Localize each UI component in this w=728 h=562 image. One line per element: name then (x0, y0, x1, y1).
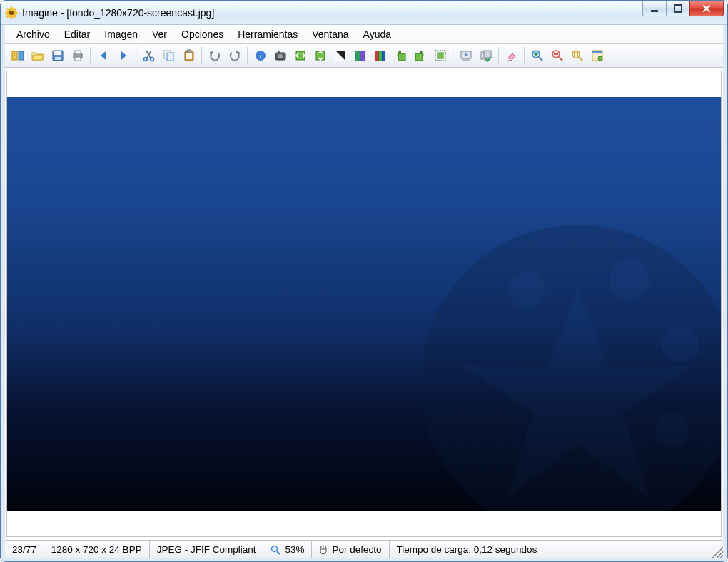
svg-point-15 (14, 55, 15, 56)
resize-button[interactable] (431, 46, 450, 65)
palette-button[interactable] (371, 46, 390, 65)
status-loadtime: Tiempo de carga: 0,12 segundos (390, 541, 545, 558)
svg-rect-21 (75, 57, 81, 61)
resize-grip[interactable] (710, 546, 723, 558)
copy-button[interactable] (160, 46, 178, 65)
svg-rect-38 (355, 51, 360, 61)
svg-rect-13 (19, 51, 24, 60)
app-icon (5, 6, 18, 19)
browse-button[interactable] (9, 46, 27, 65)
rotate-right-button[interactable] (411, 46, 430, 65)
batch-button[interactable] (477, 46, 495, 65)
menu-editar[interactable]: Editar (57, 27, 98, 41)
svg-point-8 (6, 16, 9, 18)
app-window: Imagine - [fondo_1280x720-screencast.jpg… (0, 0, 728, 562)
svg-point-2 (11, 6, 13, 9)
cut-button[interactable] (140, 46, 158, 65)
title-bar[interactable]: Imagine - [fondo_1280x720-screencast.jpg… (1, 1, 727, 25)
menu-imagen[interactable]: Imagen (97, 27, 145, 41)
slideshow-button[interactable] (457, 46, 475, 65)
menu-archivo[interactable]: Archivo (9, 27, 57, 41)
grayscale-button[interactable] (331, 46, 350, 65)
separator (90, 47, 91, 64)
save-button[interactable] (49, 46, 67, 65)
svg-rect-20 (75, 51, 81, 54)
redo-button[interactable] (226, 46, 244, 65)
svg-rect-49 (484, 51, 491, 58)
status-zoom-value: 53% (285, 544, 304, 555)
letterbox-bottom (7, 511, 721, 536)
minimize-button[interactable] (642, 1, 667, 16)
menu-bar: Archivo Editar Imagen Ver Opciones Herra… (5, 25, 723, 44)
svg-point-52 (572, 51, 580, 58)
svg-rect-25 (167, 53, 173, 61)
svg-rect-11 (674, 5, 682, 12)
svg-point-23 (151, 57, 154, 61)
svg-point-56 (598, 56, 602, 61)
maximize-button[interactable] (666, 1, 690, 16)
svg-rect-43 (398, 53, 405, 61)
svg-rect-46 (438, 53, 443, 58)
status-cursor-value: Por defecto (332, 544, 381, 555)
letterbox-top (7, 71, 721, 97)
svg-point-58 (508, 271, 546, 309)
status-bar: 23/77 1280 x 720 x 24 BPP JPEG - JFIF Co… (5, 540, 723, 558)
menu-ayuda[interactable]: Ayuda (356, 27, 398, 41)
svg-point-22 (144, 57, 148, 61)
capture-button[interactable] (271, 46, 290, 65)
separator (136, 47, 137, 64)
svg-point-59 (609, 259, 650, 300)
svg-rect-28 (186, 53, 192, 59)
info-button[interactable]: i (251, 46, 270, 65)
flip-v-button[interactable] (311, 46, 330, 65)
toolbar: i (5, 44, 723, 68)
undo-button[interactable] (206, 46, 224, 65)
zoom-fit-button[interactable] (568, 46, 587, 65)
paste-button[interactable] (180, 46, 198, 65)
prev-button[interactable] (94, 46, 113, 65)
separator (247, 47, 248, 64)
svg-point-9 (14, 16, 16, 18)
next-button[interactable] (114, 46, 133, 65)
svg-point-3 (11, 17, 13, 19)
svg-rect-35 (316, 51, 325, 60)
svg-rect-17 (54, 51, 61, 55)
svg-rect-34 (296, 51, 305, 60)
svg-rect-40 (375, 51, 379, 61)
status-dimensions: 1280 x 720 x 24 BPP (44, 541, 150, 558)
svg-text:i: i (259, 51, 261, 60)
erase-button[interactable] (502, 46, 521, 65)
magnifier-icon (271, 545, 280, 555)
print-button[interactable] (69, 46, 87, 65)
svg-point-7 (14, 8, 16, 10)
open-button[interactable] (29, 46, 47, 65)
svg-rect-55 (592, 51, 602, 53)
rotate-left-button[interactable] (391, 46, 410, 65)
svg-point-57 (420, 225, 721, 511)
separator (201, 47, 203, 64)
menu-ver[interactable]: Ver (145, 27, 174, 41)
separator (524, 47, 525, 64)
svg-point-4 (5, 11, 7, 14)
status-zoom: 53% (263, 541, 312, 558)
svg-rect-18 (55, 57, 61, 60)
close-button[interactable] (689, 1, 724, 16)
zoom-out-button[interactable] (548, 46, 567, 65)
window-title: Imagine - [fondo_1280x720-screencast.jpg… (22, 7, 214, 19)
svg-point-60 (662, 326, 700, 364)
image-viewport[interactable] (6, 71, 722, 537)
svg-point-1 (9, 11, 14, 15)
svg-point-6 (6, 8, 9, 10)
separator (453, 47, 454, 64)
svg-point-61 (655, 413, 689, 447)
menu-herramientas[interactable]: Herramientas (231, 27, 305, 41)
menu-opciones[interactable]: Opciones (174, 27, 231, 41)
menu-ventana[interactable]: Ventana (305, 27, 355, 41)
svg-rect-42 (382, 51, 385, 61)
fullscreen-button[interactable] (588, 46, 607, 65)
svg-rect-41 (379, 51, 383, 61)
mouse-icon (319, 545, 328, 555)
flip-h-button[interactable] (291, 46, 310, 65)
negative-button[interactable] (351, 46, 370, 65)
zoom-in-button[interactable] (528, 46, 547, 65)
